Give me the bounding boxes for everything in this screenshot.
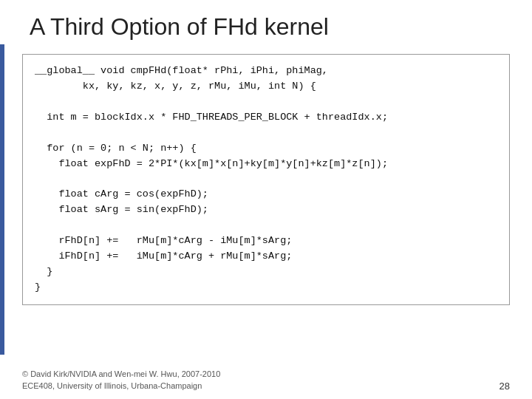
footer: © David Kirk/NVIDIA and Wen-mei W. Hwu, … [0, 369, 532, 392]
footer-attribution: © David Kirk/NVIDIA and Wen-mei W. Hwu, … [22, 369, 220, 392]
title-area: A Third Option of FHd kernel [0, 0, 532, 48]
footer-line2: ECE408, University of Illinois, Urbana-C… [22, 381, 220, 392]
slide-container: A Third Option of FHd kernel __global__ … [0, 0, 532, 399]
footer-line1: © David Kirk/NVIDIA and Wen-mei W. Hwu, … [22, 369, 220, 380]
code-box: __global__ void cmpFHd(float* rPhi, iPhi… [22, 54, 510, 305]
blue-accent-bar [0, 44, 4, 355]
footer-page-number: 28 [499, 381, 510, 392]
slide-title: A Third Option of FHd kernel [30, 13, 502, 41]
code-content: __global__ void cmpFHd(float* rPhi, iPhi… [35, 64, 497, 296]
